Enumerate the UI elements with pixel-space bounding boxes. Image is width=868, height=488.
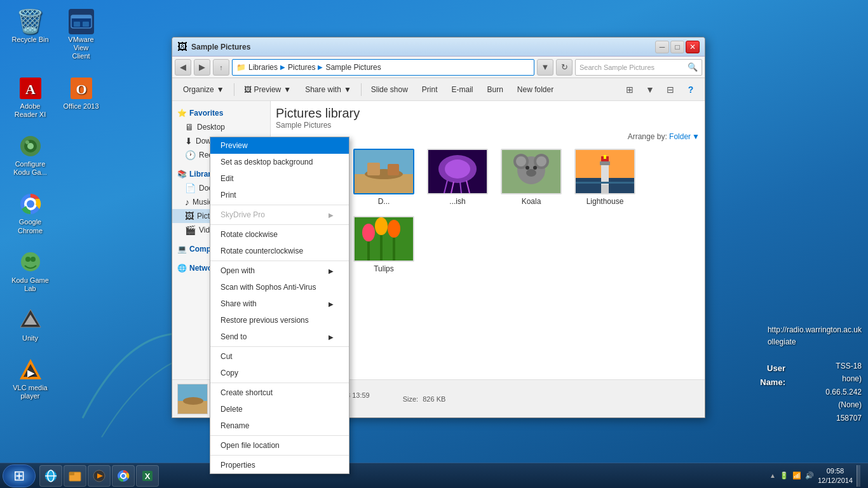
recycle-bin-icon: 🗑️ bbox=[18, 9, 43, 34]
ctx-properties[interactable]: Properties bbox=[210, 457, 349, 473]
svg-rect-60 bbox=[576, 182, 634, 184]
svg-point-17 bbox=[31, 257, 36, 262]
desktop-icon-vmware[interactable]: VMware ViewClient bbox=[57, 6, 105, 64]
context-menu: Preview Set as desktop background Edit P… bbox=[210, 137, 349, 474]
ctx-send-to[interactable]: Send to ▶ bbox=[210, 329, 349, 345]
ctx-sep-7 bbox=[210, 455, 349, 456]
view-arrow-button[interactable]: ▼ bbox=[641, 81, 659, 98]
desktop-icon-chrome[interactable]: GoogleChrome bbox=[6, 189, 54, 237]
ctx-open-file-location[interactable]: Open file location bbox=[210, 437, 349, 454]
taskbar-ie-button[interactable] bbox=[39, 465, 62, 487]
desktop-icon-vlc[interactable]: ▶ VLC mediaplayer bbox=[6, 355, 54, 403]
vmware-icon bbox=[69, 9, 94, 34]
minimize-button[interactable]: ─ bbox=[655, 41, 669, 53]
forward-button[interactable]: ▶ bbox=[194, 59, 210, 76]
desktop-icons-area: 🗑️ Recycle Bin VMware ViewClient A Adobe… bbox=[0, 0, 111, 410]
adobe-label: AdobeReader XI bbox=[15, 102, 46, 119]
ctx-cut[interactable]: Cut bbox=[210, 348, 349, 365]
ctx-restore-versions[interactable]: Restore previous versions bbox=[210, 312, 349, 329]
taskbar-explorer-button[interactable] bbox=[64, 465, 86, 487]
desktop-icon-recycle-bin[interactable]: 🗑️ Recycle Bin bbox=[6, 6, 54, 64]
sidebar-favorites-header[interactable]: ⭐ Favorites bbox=[172, 106, 270, 120]
preview-button[interactable]: 🖼 Preview ▼ bbox=[238, 81, 297, 98]
office-icon: O bbox=[69, 76, 94, 101]
ctx-sep-1 bbox=[210, 205, 349, 205]
close-button[interactable]: ✕ bbox=[686, 41, 700, 53]
desktop-icon-office[interactable]: O Office 2013 bbox=[57, 73, 105, 121]
pane-button[interactable]: ⊟ bbox=[661, 81, 679, 98]
slide-show-label: Slide show bbox=[371, 85, 408, 94]
ctx-edit[interactable]: Edit bbox=[210, 170, 349, 187]
svg-point-79 bbox=[183, 397, 203, 405]
desktop-icon-configure-kodu[interactable]: ConfigureKodu Ga... bbox=[6, 131, 54, 179]
share-with-button[interactable]: Share with ▼ bbox=[299, 81, 357, 98]
arrange-chevron-icon: ▼ bbox=[692, 132, 700, 141]
ctx-preview[interactable]: Preview bbox=[210, 137, 349, 154]
new-folder-button[interactable]: New folder bbox=[512, 81, 559, 98]
email-button[interactable]: E-mail bbox=[445, 81, 478, 98]
address-path[interactable]: 📁 Libraries ▶ Pictures ▶ Sample Pictures bbox=[232, 59, 534, 76]
tray-show-hidden-button[interactable]: ▲ bbox=[770, 472, 776, 479]
ctx-create-shortcut[interactable]: Create shortcut bbox=[210, 384, 349, 401]
dropdown-button[interactable]: ▼ bbox=[537, 59, 553, 76]
burn-button[interactable]: Burn bbox=[482, 81, 509, 98]
ctx-share-with[interactable]: Share with ▶ bbox=[210, 295, 349, 312]
thumbnail-tulips[interactable]: Tulips bbox=[352, 216, 416, 273]
organize-button[interactable]: Organize ▼ bbox=[177, 81, 230, 98]
print-button[interactable]: Print bbox=[416, 81, 444, 98]
lighthouse-image bbox=[574, 149, 635, 194]
status-thumbnail bbox=[177, 384, 208, 414]
svg-point-89 bbox=[121, 474, 125, 478]
thumbnail-desert[interactable]: D... bbox=[352, 149, 416, 206]
size-value: 826 KB bbox=[423, 395, 445, 403]
desktop-icon-adobe[interactable]: A AdobeReader XI bbox=[6, 73, 54, 121]
koala-image bbox=[501, 149, 562, 194]
taskbar-excel-button[interactable]: X bbox=[136, 465, 159, 487]
window-title: Sample Pictures bbox=[191, 43, 655, 51]
maximize-button[interactable]: □ bbox=[670, 41, 684, 53]
up-button[interactable]: ↑ bbox=[213, 59, 229, 76]
arrange-by-value[interactable]: Folder ▼ bbox=[669, 132, 700, 141]
ctx-set-desktop[interactable]: Set as desktop background bbox=[210, 154, 349, 170]
sidebar-item-desktop[interactable]: 🖥 Desktop bbox=[172, 120, 270, 134]
show-desktop-button[interactable] bbox=[857, 465, 860, 487]
toolbar: Organize ▼ 🖼 Preview ▼ Share with ▼ Slid… bbox=[172, 78, 705, 101]
downloads-sidebar-icon: ⬇ bbox=[185, 136, 193, 146]
ctx-copy[interactable]: Copy bbox=[210, 365, 349, 381]
ctx-sep-4 bbox=[210, 346, 349, 347]
desktop-icon-kodu-game-lab[interactable]: Kodu GameLab bbox=[6, 247, 54, 295]
ctx-open-with[interactable]: Open with ▶ bbox=[210, 262, 349, 279]
ctx-print[interactable]: Print bbox=[210, 187, 349, 203]
slide-show-button[interactable]: Slide show bbox=[365, 81, 414, 98]
desktop-icon-unity[interactable]: Unity bbox=[6, 305, 54, 345]
svg-text:A: A bbox=[25, 81, 36, 97]
status-size-block: Size: 826 KB bbox=[403, 395, 446, 403]
help-button[interactable]: ? bbox=[682, 81, 700, 98]
ctx-cut-label: Cut bbox=[220, 352, 233, 361]
ctx-rename[interactable]: Rename bbox=[210, 417, 349, 434]
burn-label: Burn bbox=[487, 85, 503, 94]
back-button[interactable]: ◀ bbox=[175, 59, 191, 76]
svg-text:X: X bbox=[145, 471, 151, 481]
desktop-sidebar-icon: 🖥 bbox=[185, 122, 194, 132]
ctx-rotate-cw[interactable]: Rotate clockwise bbox=[210, 226, 349, 243]
taskbar-clock[interactable]: 09:58 12/12/2014 bbox=[818, 466, 853, 485]
thumbnail-koala[interactable]: Koala bbox=[499, 149, 563, 206]
clock-date: 12/12/2014 bbox=[818, 476, 853, 485]
ctx-delete[interactable]: Delete bbox=[210, 401, 349, 417]
ctx-skydrive[interactable]: SkyDrive Pro ▶ bbox=[210, 207, 349, 223]
taskbar-chrome-button[interactable] bbox=[112, 465, 135, 487]
recycle-bin-label: Recycle Bin bbox=[11, 36, 48, 44]
ctx-rotate-ccw[interactable]: Rotate counterclockwise bbox=[210, 243, 349, 259]
ctx-skydrive-label: SkyDrive Pro bbox=[220, 210, 265, 219]
chrome-icon bbox=[18, 191, 43, 217]
ctx-scan[interactable]: Scan with Sophos Anti-Virus bbox=[210, 279, 349, 295]
thumbnail-lighthouse[interactable]: Lighthouse bbox=[573, 149, 637, 206]
view-button[interactable]: ⊞ bbox=[621, 81, 639, 98]
ctx-set-desktop-label: Set as desktop background bbox=[220, 158, 313, 166]
taskbar-media-button[interactable] bbox=[88, 465, 111, 487]
refresh-button[interactable]: ↻ bbox=[556, 59, 573, 76]
start-button[interactable]: ⊞ bbox=[3, 464, 36, 487]
search-box[interactable]: Search Sample Pictures 🔍 bbox=[575, 59, 702, 76]
thumbnail-jellyfish[interactable]: ...ish bbox=[426, 149, 489, 206]
